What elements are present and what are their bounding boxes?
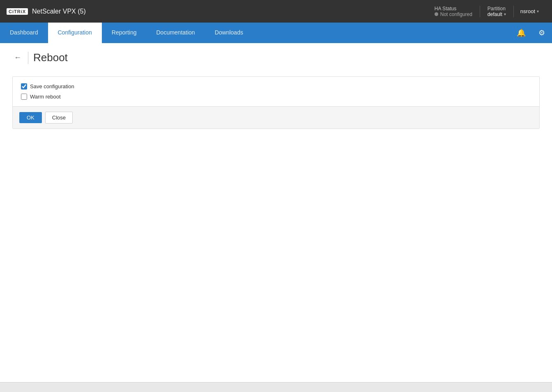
save-config-row: Save configuration: [21, 83, 531, 89]
ha-status-text: Not configured: [440, 11, 472, 17]
user-menu[interactable]: nsroot ▾: [514, 8, 545, 14]
warm-reboot-checkbox[interactable]: [21, 94, 27, 100]
save-config-checkbox[interactable]: [21, 83, 27, 89]
user-chevron-icon: ▾: [537, 9, 539, 14]
settings-icon[interactable]: ⚙: [531, 23, 552, 43]
header-divider: [28, 52, 28, 64]
warm-reboot-row: Warm reboot: [21, 94, 531, 100]
partition-section[interactable]: Partition default ▾: [480, 6, 514, 17]
nav-item-documentation[interactable]: Documentation: [146, 23, 205, 43]
partition-value[interactable]: default ▾: [488, 11, 506, 17]
nav-spacer: [253, 23, 511, 43]
ha-status-section: HA Status Not configured: [427, 6, 480, 17]
notifications-icon[interactable]: 🔔: [511, 23, 531, 43]
back-arrow-icon[interactable]: ←: [12, 52, 23, 64]
nav-item-downloads[interactable]: Downloads: [205, 23, 253, 43]
warm-reboot-text: Warm reboot: [30, 94, 61, 100]
nav-item-dashboard[interactable]: Dashboard: [0, 23, 48, 43]
partition-text: default: [488, 11, 502, 17]
form-body: Save configuration Warm reboot: [13, 77, 539, 106]
citrix-logo: CiTRiX: [7, 8, 28, 15]
citrix-logo-text: CiTRiX: [7, 8, 28, 15]
main-content: ← Reboot Save configuration Warm reboot …: [0, 43, 552, 392]
footer-bar: [0, 382, 552, 392]
user-label: nsroot: [520, 8, 535, 14]
partition-label: Partition: [488, 6, 506, 11]
form-footer: OK Close: [13, 106, 539, 128]
nav-item-configuration[interactable]: Configuration: [48, 23, 102, 43]
ha-status-dot: [435, 12, 438, 16]
reboot-form-card: Save configuration Warm reboot OK Close: [12, 76, 540, 129]
nav-icons: 🔔 ⚙: [511, 23, 552, 43]
top-bar: CiTRiX NetScaler VPX (5) HA Status Not c…: [0, 0, 552, 23]
nav-item-reporting[interactable]: Reporting: [102, 23, 147, 43]
page-title: Reboot: [33, 51, 68, 64]
brand: CiTRiX NetScaler VPX (5): [7, 8, 427, 15]
save-config-text: Save configuration: [30, 83, 74, 89]
ok-button[interactable]: OK: [19, 112, 42, 123]
ha-status-value: Not configured: [435, 11, 472, 17]
partition-chevron-icon: ▾: [504, 12, 506, 16]
save-config-label[interactable]: Save configuration: [21, 83, 74, 89]
app-title: NetScaler VPX (5): [32, 8, 86, 15]
ha-status-label: HA Status: [435, 6, 456, 11]
top-right-controls: HA Status Not configured Partition defau…: [427, 6, 545, 17]
page-header: ← Reboot: [12, 51, 540, 68]
nav-bar: Dashboard Configuration Reporting Docume…: [0, 23, 552, 43]
warm-reboot-label[interactable]: Warm reboot: [21, 94, 61, 100]
close-button[interactable]: Close: [45, 112, 73, 124]
